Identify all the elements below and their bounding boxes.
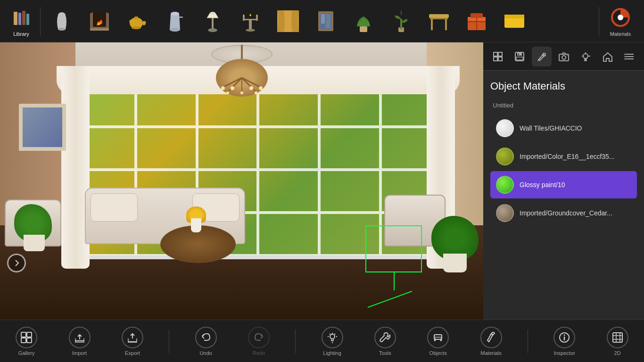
svg-rect-85: [75, 340, 84, 341]
svg-point-102: [564, 334, 565, 336]
2d-icon: [607, 327, 628, 348]
material-name-groundcover: Imported/Groundcover_Cedar...: [520, 209, 612, 217]
svg-line-94: [330, 334, 330, 335]
svg-point-55: [240, 91, 243, 94]
toolbar-fireplace[interactable]: [81, 7, 118, 36]
panel-list-button[interactable]: [619, 47, 639, 66]
toolbar-teapot[interactable]: [118, 7, 156, 36]
svg-rect-39: [471, 13, 483, 18]
toolbar-lamp[interactable]: [194, 7, 231, 36]
svg-point-43: [618, 15, 623, 20]
svg-rect-31: [429, 14, 449, 18]
plant-right: [431, 216, 479, 272]
toolbar-painting[interactable]: [307, 7, 345, 36]
svg-rect-28: [360, 26, 367, 32]
material-item-glossy-paint[interactable]: Glossy paint/10: [490, 171, 637, 198]
panel-save-button[interactable]: [510, 47, 530, 66]
viewport[interactable]: [0, 42, 483, 320]
window-pane: [319, 127, 380, 170]
library-button[interactable]: Library: [5, 3, 38, 39]
objects-button[interactable]: Objects: [421, 324, 454, 358]
material-section-label: Untitled: [490, 102, 637, 109]
crate-icon: [464, 9, 489, 33]
materials-bottom-icon: [480, 327, 502, 348]
bottom-divider-1: [169, 329, 169, 353]
material-item-wall-tiles[interactable]: Wall Tiles/GHIACCIO: [490, 115, 637, 142]
svg-rect-60: [494, 57, 497, 61]
materials-label: Materials: [610, 31, 631, 37]
svg-point-56: [231, 86, 234, 90]
panel-lighting-button[interactable]: [576, 47, 595, 66]
svg-rect-20: [243, 19, 257, 20]
panel-layout-button[interactable]: [488, 47, 508, 66]
toolbar-candelabra[interactable]: [231, 7, 269, 36]
fireplace-icon: [87, 9, 112, 33]
svg-point-57: [249, 86, 253, 90]
toolbar-crate[interactable]: [458, 7, 495, 36]
library-icon: [9, 5, 33, 30]
toolbar-panel[interactable]: [495, 7, 533, 36]
window-pane: [258, 213, 319, 255]
panel-camera-button[interactable]: [554, 47, 574, 66]
plant-tall-icon: [389, 9, 413, 33]
toolbar-curtains[interactable]: [269, 7, 307, 36]
window-pane: [258, 127, 319, 170]
main-area: Object Materials Untitled Wall Tiles/GHI…: [0, 42, 644, 320]
svg-rect-81: [21, 332, 26, 337]
inspector-button[interactable]: Inspector: [548, 324, 581, 358]
jug-icon: [163, 9, 187, 33]
toolbar-table[interactable]: [420, 7, 458, 36]
candelabra-icon: [238, 9, 263, 33]
import-button[interactable]: Import: [63, 324, 96, 358]
toolbar-plant-small[interactable]: [345, 7, 382, 36]
redo-button[interactable]: Redo: [242, 324, 275, 358]
import-icon: [69, 327, 91, 348]
window-pane: [258, 170, 319, 213]
toolbar-divider-1: [40, 7, 41, 35]
redo-icon: [248, 327, 270, 348]
svg-rect-34: [430, 18, 448, 19]
materials-bottom-button[interactable]: Materials: [475, 324, 508, 358]
panel-paint-button[interactable]: [532, 47, 552, 66]
svg-rect-0: [14, 12, 17, 25]
flower-vase: [186, 209, 205, 232]
undo-button[interactable]: Undo: [190, 324, 223, 358]
panel-home-button[interactable]: [598, 47, 618, 66]
gallery-button[interactable]: Gallery: [10, 324, 43, 358]
export-icon: [122, 327, 143, 348]
bottom-divider-2: [295, 329, 296, 353]
material-item-groundcover[interactable]: Imported/Groundcover_Cedar...: [490, 199, 637, 227]
svg-rect-83: [21, 338, 26, 343]
materials-button[interactable]: Materials: [602, 3, 639, 39]
svg-rect-1: [18, 13, 21, 25]
svg-point-52: [259, 86, 263, 90]
2d-button[interactable]: 2D: [601, 324, 634, 358]
vase-icon: [50, 9, 74, 33]
svg-point-79: [625, 56, 626, 57]
toolbar-plant-tall[interactable]: [382, 7, 420, 36]
svg-line-95: [334, 334, 335, 335]
tools-button[interactable]: Tools: [369, 324, 402, 358]
toolbar-vase[interactable]: [43, 7, 81, 36]
lighting-label: Lighting: [323, 350, 341, 356]
picture-frame: [19, 104, 66, 151]
material-item-imported-color[interactable]: Imported/Color_E16__1eccf35...: [490, 143, 637, 170]
svg-rect-33: [445, 18, 447, 30]
toolbar-jug[interactable]: [156, 7, 194, 36]
sofa-cushion-left: [91, 193, 138, 222]
svg-rect-63: [517, 52, 522, 56]
svg-rect-59: [498, 52, 502, 56]
library-label: Library: [13, 31, 29, 37]
viewport-nav-arrow[interactable]: [7, 254, 26, 272]
tools-label: Tools: [379, 350, 391, 356]
svg-point-11: [132, 26, 141, 29]
svg-point-69: [567, 55, 568, 56]
panel-content: Object Materials Untitled Wall Tiles/GHI…: [483, 71, 644, 320]
svg-rect-99: [434, 337, 442, 338]
lighting-button[interactable]: Lighting: [316, 324, 349, 358]
svg-rect-2: [22, 11, 25, 25]
export-button[interactable]: Export: [116, 324, 149, 358]
material-swatch-glossy-paint: [496, 176, 514, 194]
objects-icon: [427, 327, 449, 348]
svg-rect-97: [434, 338, 436, 341]
